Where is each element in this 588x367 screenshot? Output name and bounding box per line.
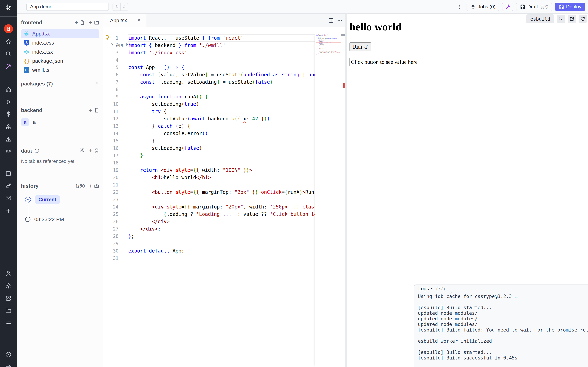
refresh-button[interactable] bbox=[579, 15, 587, 23]
code-line-31[interactable]: 31 bbox=[103, 255, 345, 262]
gear-icon[interactable] bbox=[0, 281, 17, 291]
list-icon[interactable] bbox=[0, 318, 17, 329]
code-line-29[interactable]: 29 bbox=[103, 240, 345, 247]
code-line-21[interactable]: 21 bbox=[103, 181, 345, 189]
cubes-icon[interactable] bbox=[0, 122, 17, 132]
undo-redo-group bbox=[112, 3, 128, 11]
add-folder-button[interactable]: ＋ bbox=[88, 19, 99, 26]
draft-button[interactable]: Draft ⌘S bbox=[516, 3, 552, 11]
select-component-button[interactable] bbox=[557, 15, 565, 23]
undo-button[interactable] bbox=[113, 3, 121, 10]
code-line-4[interactable]: 4 bbox=[103, 57, 345, 64]
history-entry-timestamp[interactable]: 03:23:22 PM bbox=[25, 216, 64, 222]
code-line-13[interactable]: 13 } catch (e) { bbox=[103, 123, 345, 130]
code-line-1[interactable]: 1import React, { useState } from 'react' bbox=[103, 34, 345, 42]
home-icon[interactable] bbox=[0, 84, 17, 95]
deploy-button[interactable]: Deploy bbox=[555, 3, 585, 11]
split-editor-icon[interactable] bbox=[328, 17, 334, 24]
graduation-cap-icon[interactable] bbox=[0, 146, 17, 157]
redo-button[interactable] bbox=[121, 3, 128, 10]
packages-toggle[interactable]: packages (7) bbox=[21, 80, 99, 87]
file-app-tsx[interactable]: App.tsx bbox=[21, 29, 99, 38]
jobs-button[interactable]: Jobs (0) bbox=[467, 3, 499, 11]
person-icon[interactable] bbox=[0, 268, 17, 279]
editor-more-icon[interactable] bbox=[337, 17, 343, 24]
code-line-22[interactable]: 22 <button style={{ marginTop: "2px" }} … bbox=[103, 189, 345, 196]
code-line-7[interactable]: 7 const [loading, setLoading] = useState… bbox=[103, 78, 345, 86]
code-area[interactable]: 1import React, { useState } from 'react'… bbox=[103, 34, 345, 367]
calendar-icon[interactable] bbox=[0, 168, 17, 179]
add-backend-script-button[interactable]: ＋ bbox=[88, 107, 99, 114]
code-line-19[interactable]: 19 return <div style={{ width: "100%" }}… bbox=[103, 167, 345, 174]
folder-icon[interactable] bbox=[0, 306, 17, 316]
code-line-25[interactable]: 25 {loading ? 'Loading ...' : value ?? '… bbox=[103, 211, 345, 218]
code-line-5[interactable]: 5const App = () => { bbox=[103, 64, 345, 71]
plus-icon[interactable] bbox=[0, 206, 17, 216]
backend-script-badge[interactable]: a bbox=[21, 118, 29, 126]
ai-wand-button[interactable] bbox=[502, 3, 513, 11]
prism-icon[interactable] bbox=[0, 134, 17, 144]
play-icon[interactable] bbox=[0, 97, 17, 107]
code-line-27[interactable]: 27 </div>; bbox=[103, 225, 345, 233]
backend-script-row[interactable]: a a bbox=[21, 118, 99, 126]
code-line-17[interactable]: 17 } bbox=[103, 152, 345, 159]
search-icon[interactable] bbox=[0, 49, 17, 59]
code-line-9[interactable]: 9 async function runA() { bbox=[103, 93, 345, 100]
lightbulb-icon[interactable] bbox=[104, 35, 110, 41]
code-line-12[interactable]: 12 setValue(await backend.a({ x: 42 })) bbox=[103, 115, 345, 123]
building-red-icon[interactable] bbox=[0, 24, 17, 34]
minimap[interactable]: import React, { useState } from 'react'i… bbox=[315, 34, 345, 367]
code-line-30[interactable]: 30export default App; bbox=[103, 247, 345, 255]
logs-dropdown[interactable]: Logs bbox=[418, 286, 434, 292]
code-line-23[interactable]: 23 bbox=[103, 196, 345, 203]
add-database-button[interactable]: ＋ bbox=[88, 147, 99, 154]
code-line-10[interactable]: 10 setLoading(true) bbox=[103, 100, 345, 108]
code-line-14[interactable]: 14 console.error() bbox=[103, 130, 345, 137]
code-line-24[interactable]: 24 <div style={{ marginTop: "20px", widt… bbox=[103, 203, 345, 211]
add-snapshot-button[interactable]: ＋ bbox=[88, 182, 99, 189]
logs-output[interactable]: initializing esbuild worker...Using idb … bbox=[418, 288, 588, 361]
dollar-icon[interactable] bbox=[0, 109, 17, 119]
bug-icon bbox=[470, 4, 476, 9]
code-line-16[interactable]: 16 setLoading(false) bbox=[103, 144, 345, 152]
history-entry-current[interactable]: Current bbox=[25, 195, 60, 204]
close-tab-icon[interactable] bbox=[137, 18, 141, 23]
code-line-15[interactable]: 15 } bbox=[103, 137, 345, 144]
app-name-input[interactable] bbox=[26, 3, 109, 11]
current-version-chip[interactable]: Current bbox=[35, 195, 60, 204]
mail-icon[interactable] bbox=[0, 193, 17, 203]
run-a-button[interactable]: Run 'a' bbox=[349, 42, 371, 51]
code-line-11[interactable]: 11 try { bbox=[103, 108, 345, 115]
react-file-icon bbox=[24, 49, 29, 55]
minimap-slider[interactable] bbox=[341, 34, 345, 36]
file-index-css[interactable]: 3index.css bbox=[21, 38, 99, 47]
frontend-file-list: App.tsx3index.cssindex.tsx{ }package.jso… bbox=[21, 29, 99, 75]
code-line-26[interactable]: 26 </div> bbox=[103, 218, 345, 225]
code-line-2[interactable]: 2import { backend } from './wmill' bbox=[103, 42, 345, 49]
info-icon[interactable] bbox=[34, 148, 40, 153]
arrow-right-icon[interactable] bbox=[0, 361, 17, 367]
code-line-18[interactable]: 18 bbox=[103, 159, 345, 167]
code-line-28[interactable]: 28}; bbox=[103, 233, 345, 240]
log-line: [esbuild] Build started... bbox=[418, 350, 588, 355]
more-menu-button[interactable] bbox=[456, 3, 464, 11]
code-line-3[interactable]: 3import './index.css' bbox=[103, 49, 345, 57]
file-package-json[interactable]: { }package.json bbox=[21, 57, 99, 66]
add-file-button[interactable]: ＋ bbox=[74, 19, 85, 26]
route-icon[interactable] bbox=[0, 181, 17, 191]
code-line-8[interactable]: 8 bbox=[103, 86, 345, 93]
code-line-20[interactable]: 20 <h1>hello world</h1> bbox=[103, 174, 345, 181]
windmill-logo-icon[interactable] bbox=[0, 2, 17, 13]
worker-icon[interactable] bbox=[0, 293, 17, 304]
open-external-button[interactable] bbox=[568, 15, 576, 23]
file-wmill-ts[interactable]: TSwmill.ts bbox=[21, 66, 99, 75]
tab-app-tsx[interactable]: App.tsx bbox=[103, 14, 146, 27]
file-index-tsx[interactable]: index.tsx bbox=[21, 47, 99, 57]
help-icon[interactable] bbox=[0, 349, 17, 360]
magic-wand-icon[interactable] bbox=[0, 61, 17, 72]
code-line-6[interactable]: 6 const [value, setValue] = useState(und… bbox=[103, 71, 345, 78]
data-settings-gear-icon[interactable] bbox=[80, 148, 85, 154]
star-icon[interactable] bbox=[0, 36, 17, 47]
pane-resize-divider[interactable] bbox=[345, 14, 347, 367]
esbuild-badge[interactable]: esbuild bbox=[526, 14, 554, 23]
